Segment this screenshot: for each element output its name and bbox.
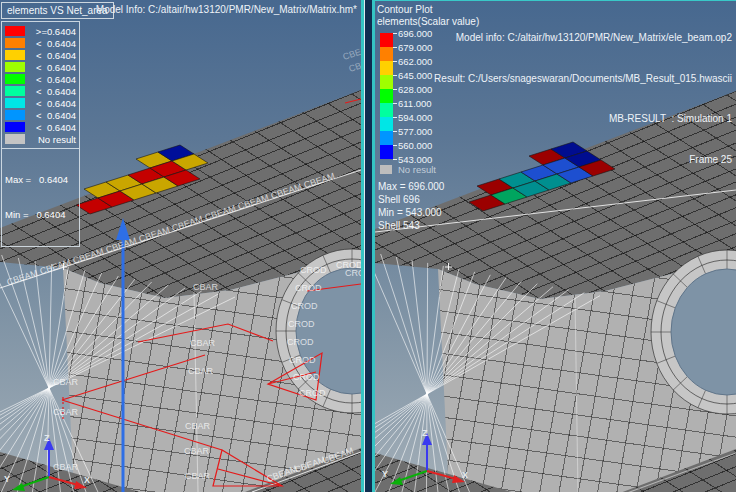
x-axis-label: X <box>462 470 468 480</box>
legend-swatch <box>5 122 25 132</box>
right-viewport[interactable]: Z Y X Contour Plot elements(Scalar value… <box>375 0 736 492</box>
svg-text:CBAR: CBAR <box>185 471 211 481</box>
legend-swatch <box>5 110 25 120</box>
legend-row: < 0.6404 <box>2 109 79 121</box>
legend-min: Min = 0.6404 <box>5 208 79 221</box>
legend-swatch <box>5 86 25 96</box>
result-cluster <box>76 145 208 214</box>
contour-legend-left: >=0.6404< 0.6404< 0.6404< 0.6404< 0.6404… <box>1 21 80 247</box>
legend-row: No result <box>2 133 79 145</box>
colorbar-tick-label: 560.000 <box>398 140 432 151</box>
svg-text:CBEAM: CBEAM <box>237 192 271 211</box>
colorbar-tick-label: 577.000 <box>398 126 432 137</box>
legend-row: < 0.6404 <box>2 85 79 97</box>
hole <box>651 250 736 414</box>
legend-swatch <box>5 62 25 72</box>
legend-swatch <box>5 74 25 84</box>
x-axis-arrow <box>427 471 456 479</box>
svg-text:CBEAM: CBEAM <box>171 214 205 233</box>
app-window: Z Y X CBARCBARCBARCBARCBARCBARCBARCBARCB… <box>0 0 736 492</box>
legend-max: Max = 0.6404 <box>5 173 79 186</box>
svg-text:CBEAM: CBEAM <box>72 246 106 265</box>
svg-text:CBEAM: CBEAM <box>303 171 337 190</box>
y-axis-label: Y <box>382 469 388 479</box>
svg-text:CBEAM: CBEAM <box>342 42 361 61</box>
legend-swatch <box>5 38 25 48</box>
colorbar-tick-label: 696.000 <box>398 28 432 39</box>
viewport-divider <box>361 0 375 492</box>
colorbar-tick-label: 662.000 <box>398 56 432 67</box>
legend-value: No result <box>25 134 76 145</box>
y-axis-arrow <box>398 471 427 481</box>
svg-text:CROD: CROD <box>300 265 327 275</box>
result-header: Model info: C:/altair/hw13120/PMR/New_Ma… <box>434 4 732 193</box>
no-result-label: No result <box>398 164 436 175</box>
svg-text:CROD: CROD <box>299 388 326 398</box>
result-name: MB-RESULT : Simulation 1 <box>434 112 732 126</box>
result-info: Result: C:/Users/snageswaran/Documents/M… <box>434 72 732 86</box>
spider-fan-lines <box>375 251 600 492</box>
colorbar-tick-label: 645.000 <box>398 70 432 81</box>
svg-text:CBAR: CBAR <box>188 366 214 376</box>
legend-row: < 0.6404 <box>2 73 79 85</box>
svg-text:CROD: CROD <box>289 355 316 365</box>
svg-text:CBEAM: CBEAM <box>321 446 355 466</box>
legend-value: < 0.6404 <box>25 110 76 121</box>
no-result-row: No result <box>380 164 436 175</box>
svg-text:CBAR: CBAR <box>53 407 79 417</box>
svg-text:CBAR: CBAR <box>185 421 211 431</box>
legend-swatch <box>5 26 25 36</box>
legend-value: < 0.6404 <box>25 38 76 49</box>
legend-swatch <box>5 50 25 60</box>
svg-text:CBEAM: CBEAM <box>138 225 172 244</box>
colorbar-tick-label: 611.000 <box>398 98 432 109</box>
contour-legend-rows: >=0.6404< 0.6404< 0.6404< 0.6404< 0.6404… <box>2 25 79 145</box>
svg-text:CBAR: CBAR <box>184 446 210 456</box>
svg-text:CROD: CROD <box>287 337 314 347</box>
model-info-right: Model info: C:/altair/hw13120/PMR/New_Ma… <box>434 31 732 45</box>
frame-label: Frame 25 <box>434 153 732 167</box>
legend-value: < 0.6404 <box>25 86 76 97</box>
svg-text:CROD: CROD <box>293 372 320 382</box>
legend-min-shell: Shell 543 <box>378 220 420 231</box>
legend-value: < 0.6404 <box>25 74 76 85</box>
svg-text:CROD: CROD <box>288 319 315 329</box>
legend-value: < 0.6404 <box>25 50 76 61</box>
colorbar-tick-label: 628.000 <box>398 84 432 95</box>
z-axis-label: Z <box>422 428 428 438</box>
z-axis-label: Z <box>44 433 50 443</box>
svg-text:CBAR: CBAR <box>53 377 79 387</box>
legend-max-shell: Shell 696 <box>378 194 420 205</box>
legend-row: < 0.6404 <box>2 49 79 61</box>
model-info-left: Model Info: C:/altair/hw13120/PMR/New_Ma… <box>96 4 357 15</box>
legend-swatch <box>5 98 25 108</box>
svg-text:CBAR: CBAR <box>53 462 79 472</box>
svg-text:CBAR: CBAR <box>193 282 219 292</box>
load-arrow <box>116 218 130 492</box>
svg-text:CROD: CROD <box>345 268 361 278</box>
x-axis-label: X <box>84 475 90 485</box>
legend-value: < 0.6404 <box>25 122 76 133</box>
left-viewport[interactable]: Z Y X CBARCBARCBARCBARCBARCBARCBARCBARCB… <box>0 0 361 492</box>
legend-value: >=0.6404 <box>25 26 76 37</box>
legend-value: < 0.6404 <box>25 98 76 109</box>
legend-maxmin: Max = 0.6404 Min = 0.6404 <box>2 148 79 244</box>
svg-text:CROD: CROD <box>291 301 318 311</box>
result-type-label: elements VS Net_area <box>7 5 108 16</box>
legend-swatch <box>5 134 25 144</box>
legend-row: >=0.6404 <box>2 25 79 37</box>
svg-text:CBEAM: CBEAM <box>6 268 40 287</box>
y-axis-label: Y <box>4 474 10 484</box>
x-axis-arrow <box>49 477 78 485</box>
colorbar-tick-label: 594.000 <box>398 112 432 123</box>
corner-node-marker <box>445 263 452 270</box>
legend-row: < 0.6404 <box>2 37 79 49</box>
legend-row: < 0.6404 <box>2 97 79 109</box>
svg-text:CBAR: CBAR <box>190 338 216 348</box>
svg-text:CROD: CROD <box>295 283 322 293</box>
no-result-swatch <box>380 165 392 174</box>
legend-row: < 0.6404 <box>2 121 79 133</box>
svg-text:CBEAM: CBEAM <box>270 182 304 201</box>
legend-row: < 0.6404 <box>2 61 79 73</box>
legend-value: < 0.6404 <box>25 62 76 73</box>
